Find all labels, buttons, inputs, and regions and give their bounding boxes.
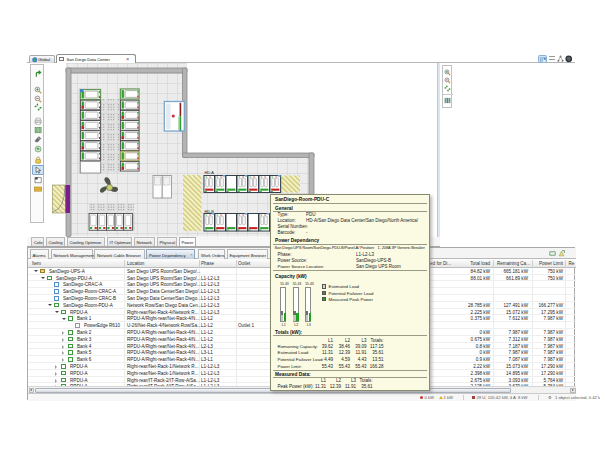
svg-text:HD-B: HD-B (205, 210, 215, 214)
svg-text:HD-A: HD-A (205, 171, 215, 175)
